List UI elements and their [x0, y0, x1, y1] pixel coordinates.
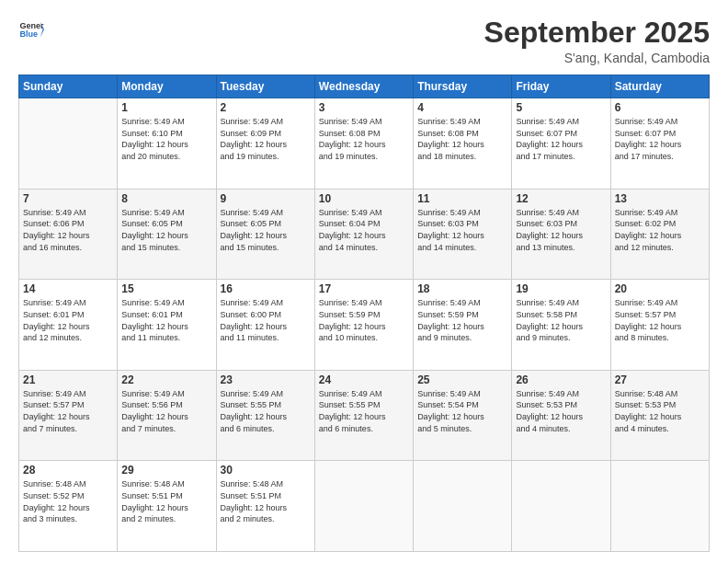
table-row: 15Sunrise: 5:49 AM Sunset: 6:01 PM Dayli…: [118, 280, 216, 371]
day-number: 25: [417, 373, 507, 386]
col-monday: Monday: [118, 75, 216, 98]
table-row: 24Sunrise: 5:49 AM Sunset: 5:55 PM Dayli…: [314, 370, 413, 461]
general-blue-icon: General Blue: [18, 17, 44, 42]
day-number: 6: [615, 101, 705, 114]
day-info: Sunrise: 5:49 AM Sunset: 5:59 PM Dayligh…: [319, 297, 409, 343]
day-number: 3: [319, 101, 409, 114]
table-row: [610, 461, 709, 552]
day-number: 8: [121, 192, 211, 205]
table-row: 16Sunrise: 5:49 AM Sunset: 6:00 PM Dayli…: [216, 280, 314, 371]
col-friday: Friday: [512, 75, 610, 98]
table-row: 2Sunrise: 5:49 AM Sunset: 6:09 PM Daylig…: [216, 98, 314, 190]
col-wednesday: Wednesday: [314, 75, 413, 98]
table-row: [414, 461, 512, 552]
day-info: Sunrise: 5:48 AM Sunset: 5:51 PM Dayligh…: [221, 478, 311, 524]
col-saturday: Saturday: [610, 75, 709, 98]
month-title: September 2025: [484, 17, 710, 49]
calendar-week-row: 1Sunrise: 5:49 AM Sunset: 6:10 PM Daylig…: [19, 98, 710, 190]
day-info: Sunrise: 5:49 AM Sunset: 6:03 PM Dayligh…: [516, 207, 606, 253]
day-info: Sunrise: 5:49 AM Sunset: 5:57 PM Dayligh…: [615, 297, 705, 343]
table-row: 12Sunrise: 5:49 AM Sunset: 6:03 PM Dayli…: [512, 189, 610, 280]
table-row: 9Sunrise: 5:49 AM Sunset: 6:05 PM Daylig…: [216, 189, 314, 280]
table-row: [314, 461, 413, 552]
day-number: 10: [319, 192, 409, 205]
day-info: Sunrise: 5:49 AM Sunset: 5:55 PM Dayligh…: [221, 388, 311, 434]
day-number: 23: [221, 373, 311, 386]
day-info: Sunrise: 5:49 AM Sunset: 6:05 PM Dayligh…: [221, 207, 311, 253]
table-row: 26Sunrise: 5:49 AM Sunset: 5:53 PM Dayli…: [512, 370, 610, 461]
calendar-header-row: Sunday Monday Tuesday Wednesday Thursday…: [19, 75, 710, 98]
logo: General Blue: [18, 17, 44, 42]
day-info: Sunrise: 5:49 AM Sunset: 6:10 PM Dayligh…: [121, 116, 211, 162]
day-number: 7: [23, 192, 113, 205]
day-info: Sunrise: 5:49 AM Sunset: 6:08 PM Dayligh…: [417, 116, 507, 162]
day-info: Sunrise: 5:49 AM Sunset: 5:56 PM Dayligh…: [121, 388, 211, 434]
day-info: Sunrise: 5:49 AM Sunset: 5:59 PM Dayligh…: [417, 297, 507, 343]
day-info: Sunrise: 5:49 AM Sunset: 6:09 PM Dayligh…: [221, 116, 311, 162]
day-number: 22: [121, 373, 211, 386]
table-row: 4Sunrise: 5:49 AM Sunset: 6:08 PM Daylig…: [414, 98, 512, 190]
table-row: 25Sunrise: 5:49 AM Sunset: 5:54 PM Dayli…: [414, 370, 512, 461]
table-row: 23Sunrise: 5:49 AM Sunset: 5:55 PM Dayli…: [216, 370, 314, 461]
day-number: 9: [221, 192, 311, 205]
location: S'ang, Kandal, Cambodia: [484, 51, 710, 65]
calendar-week-row: 14Sunrise: 5:49 AM Sunset: 6:01 PM Dayli…: [19, 280, 710, 371]
day-number: 14: [23, 282, 113, 295]
table-row: 11Sunrise: 5:49 AM Sunset: 6:03 PM Dayli…: [414, 189, 512, 280]
table-row: 20Sunrise: 5:49 AM Sunset: 5:57 PM Dayli…: [610, 280, 709, 371]
table-row: 6Sunrise: 5:49 AM Sunset: 6:07 PM Daylig…: [610, 98, 709, 190]
day-info: Sunrise: 5:48 AM Sunset: 5:53 PM Dayligh…: [615, 388, 705, 434]
table-row: 19Sunrise: 5:49 AM Sunset: 5:58 PM Dayli…: [512, 280, 610, 371]
day-number: 2: [221, 101, 311, 114]
day-number: 18: [417, 282, 507, 295]
day-info: Sunrise: 5:48 AM Sunset: 5:52 PM Dayligh…: [23, 478, 113, 524]
table-row: 22Sunrise: 5:49 AM Sunset: 5:56 PM Dayli…: [118, 370, 216, 461]
page: General Blue September 2025 S'ang, Kanda…: [0, 0, 728, 563]
table-row: [19, 98, 118, 190]
day-info: Sunrise: 5:49 AM Sunset: 6:01 PM Dayligh…: [121, 297, 211, 343]
calendar-table: Sunday Monday Tuesday Wednesday Thursday…: [18, 75, 710, 552]
table-row: 1Sunrise: 5:49 AM Sunset: 6:10 PM Daylig…: [118, 98, 216, 190]
table-row: 18Sunrise: 5:49 AM Sunset: 5:59 PM Dayli…: [414, 280, 512, 371]
day-number: 16: [221, 282, 311, 295]
table-row: 8Sunrise: 5:49 AM Sunset: 6:05 PM Daylig…: [118, 189, 216, 280]
day-number: 4: [417, 101, 507, 114]
day-info: Sunrise: 5:49 AM Sunset: 6:06 PM Dayligh…: [23, 207, 113, 253]
table-row: 13Sunrise: 5:49 AM Sunset: 6:02 PM Dayli…: [610, 189, 709, 280]
svg-text:Blue: Blue: [19, 29, 38, 39]
col-tuesday: Tuesday: [216, 75, 314, 98]
day-number: 28: [23, 464, 113, 477]
day-info: Sunrise: 5:49 AM Sunset: 6:07 PM Dayligh…: [615, 116, 705, 162]
day-number: 30: [221, 464, 311, 477]
day-number: 15: [121, 282, 211, 295]
calendar-week-row: 21Sunrise: 5:49 AM Sunset: 5:57 PM Dayli…: [19, 370, 710, 461]
day-info: Sunrise: 5:49 AM Sunset: 6:04 PM Dayligh…: [319, 207, 409, 253]
table-row: 14Sunrise: 5:49 AM Sunset: 6:01 PM Dayli…: [19, 280, 118, 371]
table-row: 7Sunrise: 5:49 AM Sunset: 6:06 PM Daylig…: [19, 189, 118, 280]
day-number: 19: [516, 282, 606, 295]
table-row: 29Sunrise: 5:48 AM Sunset: 5:51 PM Dayli…: [118, 461, 216, 552]
day-number: 5: [516, 101, 606, 114]
day-number: 21: [23, 373, 113, 386]
day-info: Sunrise: 5:48 AM Sunset: 5:51 PM Dayligh…: [121, 478, 211, 524]
calendar-week-row: 28Sunrise: 5:48 AM Sunset: 5:52 PM Dayli…: [19, 461, 710, 552]
day-info: Sunrise: 5:49 AM Sunset: 5:57 PM Dayligh…: [23, 388, 113, 434]
day-number: 26: [516, 373, 606, 386]
day-info: Sunrise: 5:49 AM Sunset: 5:54 PM Dayligh…: [417, 388, 507, 434]
table-row: 10Sunrise: 5:49 AM Sunset: 6:04 PM Dayli…: [314, 189, 413, 280]
table-row: 27Sunrise: 5:48 AM Sunset: 5:53 PM Dayli…: [610, 370, 709, 461]
title-area: September 2025 S'ang, Kandal, Cambodia: [484, 17, 710, 65]
col-sunday: Sunday: [19, 75, 118, 98]
table-row: 17Sunrise: 5:49 AM Sunset: 5:59 PM Dayli…: [314, 280, 413, 371]
day-info: Sunrise: 5:49 AM Sunset: 5:55 PM Dayligh…: [319, 388, 409, 434]
day-number: 12: [516, 192, 606, 205]
day-info: Sunrise: 5:49 AM Sunset: 6:03 PM Dayligh…: [417, 207, 507, 253]
day-number: 17: [319, 282, 409, 295]
table-row: 28Sunrise: 5:48 AM Sunset: 5:52 PM Dayli…: [19, 461, 118, 552]
day-info: Sunrise: 5:49 AM Sunset: 6:07 PM Dayligh…: [516, 116, 606, 162]
day-info: Sunrise: 5:49 AM Sunset: 5:53 PM Dayligh…: [516, 388, 606, 434]
day-info: Sunrise: 5:49 AM Sunset: 6:05 PM Dayligh…: [121, 207, 211, 253]
day-number: 13: [615, 192, 705, 205]
calendar-week-row: 7Sunrise: 5:49 AM Sunset: 6:06 PM Daylig…: [19, 189, 710, 280]
day-number: 20: [615, 282, 705, 295]
